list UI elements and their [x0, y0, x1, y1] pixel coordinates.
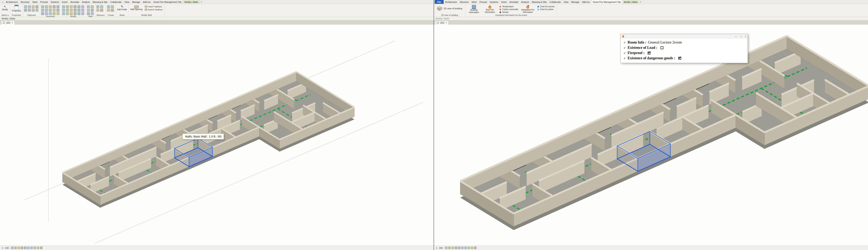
tool-icon[interactable]	[17, 247, 20, 249]
ribbon-tab[interactable]: View	[562, 0, 570, 4]
tool-icon[interactable]	[471, 247, 473, 249]
tool-icon[interactable]	[37, 247, 39, 249]
dangerous-goods-checkbox[interactable]	[678, 57, 681, 60]
modify-tool-button[interactable]: ↖ Modify	[1, 4, 9, 11]
ribbon-tab[interactable]: Analyze	[81, 0, 91, 4]
tool-icon[interactable]	[62, 5, 65, 8]
tool-icon[interactable]	[70, 5, 73, 8]
tool-icon[interactable]	[81, 5, 84, 8]
close-icon[interactable]: ×	[745, 35, 746, 37]
tool-icon[interactable]	[11, 247, 13, 249]
close-view-icon[interactable]: ×	[445, 21, 447, 24]
ribbon-tab[interactable]: Add-Ins	[142, 0, 152, 4]
tool-icon[interactable]	[87, 5, 90, 8]
tool-icon[interactable]	[78, 5, 81, 8]
ribbon-tab[interactable]: Structure	[458, 0, 470, 4]
ribbon-tab[interactable]: Add-Ins	[581, 0, 591, 4]
tool-icon[interactable]	[464, 247, 467, 249]
tool-icon[interactable]	[66, 9, 69, 12]
tool-icon[interactable]	[45, 9, 48, 12]
ribbon-tab[interactable]: Structure	[19, 0, 31, 4]
tool-icon[interactable]	[455, 247, 457, 249]
close-view-icon[interactable]: ×	[11, 21, 13, 24]
scale-indicator[interactable]: 1 : 100	[2, 247, 9, 249]
tool-icon[interactable]	[81, 12, 84, 15]
existence-of-load-checkbox[interactable]	[660, 46, 663, 49]
tool-icon[interactable]	[81, 9, 84, 12]
ribbon-tab[interactable]: View	[123, 0, 131, 4]
tool-icon[interactable]	[458, 247, 460, 249]
tool-icon[interactable]	[35, 9, 38, 12]
tool-icon[interactable]	[24, 247, 26, 249]
tool-icon[interactable]	[14, 247, 17, 249]
tool-icon[interactable]	[57, 9, 59, 12]
ribbon-tab[interactable]: Smart Fire Management Tab	[591, 0, 622, 4]
maximize-icon[interactable]: □	[740, 35, 742, 37]
tool-icon[interactable]	[73, 9, 76, 12]
detach-top-base-button[interactable]: Detach Top/Base	[144, 8, 163, 11]
ribbon-tab[interactable]: Steel	[470, 0, 478, 4]
tool-icon[interactable]	[33, 247, 36, 249]
fireproof-checkbox[interactable]	[648, 52, 651, 55]
properties-button[interactable]: Properties	[11, 4, 22, 12]
attach-top-base-button[interactable]: Attach Top/Base	[144, 5, 163, 8]
home-icon[interactable]: ⌂	[1, 0, 4, 4]
tool-icon[interactable]	[35, 5, 38, 8]
ribbon-tab[interactable]: Systems	[489, 0, 500, 4]
tool-icon[interactable]	[57, 5, 59, 8]
tool-icon[interactable]	[32, 9, 35, 12]
tool-icon[interactable]	[87, 9, 90, 12]
tool-icon[interactable]	[70, 9, 73, 12]
tool-icon[interactable]	[45, 5, 48, 8]
edit-profile-button[interactable]: ✎ Edit Profile	[117, 4, 127, 11]
ribbon-tab[interactable]: Steel	[31, 0, 39, 4]
tool-icon[interactable]	[73, 12, 76, 15]
ribbon-tab[interactable]: Systems	[49, 0, 60, 4]
ribbon-tab[interactable]: Collaborate	[548, 0, 562, 4]
tool-icon[interactable]	[73, 5, 76, 8]
ribbon-tab[interactable]: Analyze	[520, 0, 530, 4]
tool-icon[interactable]	[87, 12, 90, 15]
ribbon-tab[interactable]: Insert	[60, 0, 69, 4]
tool-icon[interactable]	[107, 9, 110, 12]
tool-icon[interactable]	[53, 12, 56, 15]
tool-icon[interactable]	[49, 5, 52, 8]
ribbon-tab[interactable]: Precast	[39, 0, 49, 4]
wall-opening-button[interactable]: Wall Opening	[130, 4, 143, 11]
tool-icon[interactable]	[28, 5, 31, 8]
tool-icon[interactable]	[21, 247, 23, 249]
tool-icon[interactable]	[451, 247, 454, 249]
tool-icon[interactable]	[78, 9, 81, 12]
tool-icon[interactable]	[49, 12, 52, 15]
tool-icon[interactable]	[100, 5, 103, 8]
raw-fire-information-button[interactable]: Raw Fire Information	[483, 4, 497, 14]
ribbon-tab[interactable]: File	[435, 0, 444, 4]
tool-icon[interactable]	[41, 9, 44, 12]
3d-view-of-building-button[interactable]: 3D view of building	[435, 4, 464, 12]
tool-icon[interactable]	[96, 9, 99, 12]
tool-icon[interactable]	[53, 9, 56, 12]
tool-icon[interactable]	[91, 5, 94, 8]
tool-icon[interactable]	[445, 247, 447, 249]
tool-icon[interactable]	[24, 5, 27, 8]
view-tab-3d[interactable]: (3D) ×	[1, 21, 15, 25]
tool-icon[interactable]	[111, 5, 114, 8]
tool-icon[interactable]	[41, 12, 44, 15]
ribbon-tab[interactable]: Massing & Site	[91, 0, 109, 4]
tool-icon[interactable]	[70, 12, 73, 15]
tool-icon[interactable]	[461, 247, 464, 249]
tool-icon[interactable]	[53, 5, 56, 8]
tool-icon[interactable]	[66, 12, 69, 15]
ribbon-tab[interactable]: Collaborate	[109, 0, 123, 4]
tool-icon[interactable]	[45, 12, 48, 15]
tool-icon[interactable]	[91, 9, 94, 12]
tool-icon[interactable]	[62, 12, 65, 15]
tool-icon[interactable]	[24, 9, 27, 12]
ribbon-tab[interactable]: Manage	[131, 0, 142, 4]
tool-icon[interactable]	[111, 9, 114, 12]
tool-icon[interactable]	[28, 9, 31, 12]
ribbon-tab[interactable]: Annotate	[508, 0, 520, 4]
ribbon-tab[interactable]: Smart Fire Management Tab	[152, 0, 183, 4]
tool-icon[interactable]	[32, 5, 35, 8]
3d-view-canvas-left[interactable]: Walls: Basic Wall : 1.0 B : R0	[0, 25, 434, 246]
